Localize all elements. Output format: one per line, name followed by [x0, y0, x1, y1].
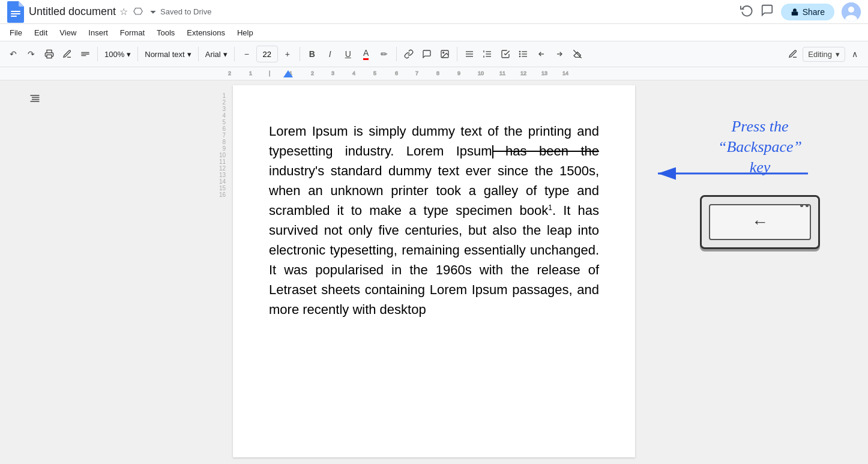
svg-text:2: 2: [228, 70, 231, 76]
insert-image-button[interactable]: [436, 46, 453, 62]
list-button[interactable]: [515, 46, 532, 62]
saved-status: Saved to Drive: [148, 7, 211, 17]
underline-button[interactable]: U: [340, 46, 357, 62]
clear-formatting-button[interactable]: [569, 46, 586, 62]
svg-text:9: 9: [457, 70, 460, 76]
svg-text:3: 3: [331, 70, 334, 76]
document-page: Lorem Ipsum is simply dummy text of the …: [233, 85, 635, 457]
menu-edit[interactable]: Edit: [29, 27, 52, 38]
svg-rect-7: [47, 55, 52, 58]
svg-point-20: [519, 53, 520, 54]
alignment-button[interactable]: [461, 46, 478, 62]
menu-help[interactable]: Help: [232, 27, 258, 38]
bold-button[interactable]: B: [304, 46, 321, 62]
svg-point-9: [442, 52, 444, 53]
main-area: 12345 678910 1112131415 16 Lorem Ipsum i…: [0, 80, 868, 464]
svg-point-5: [848, 7, 854, 13]
svg-point-21: [519, 56, 520, 56]
svg-text:13: 13: [541, 70, 547, 76]
divider-5: [300, 47, 300, 61]
decrease-font-size-button[interactable]: −: [238, 46, 255, 62]
svg-rect-2: [11, 16, 17, 17]
key-dot-2: [806, 204, 809, 207]
comments-icon[interactable]: [761, 4, 774, 20]
line-numbers: 12345 678910 1112131415 16: [214, 80, 228, 464]
svg-text:4: 4: [352, 70, 355, 76]
history-icon[interactable]: [740, 4, 753, 20]
svg-text:8: 8: [436, 70, 439, 76]
menu-format[interactable]: Format: [115, 27, 149, 38]
right-annotation-area: Press the “Backspace” key ←: [640, 80, 868, 464]
zoom-select[interactable]: 100% ▾: [101, 46, 134, 62]
svg-text:1: 1: [249, 70, 252, 76]
spellcheck-button[interactable]: [59, 46, 76, 62]
title-bar: Untitled document ☆ Saved to Drive Share: [0, 0, 868, 24]
text-color-button[interactable]: A: [358, 46, 375, 62]
paint-format-button[interactable]: [77, 46, 94, 62]
menu-extensions[interactable]: Extensions: [182, 27, 230, 38]
user-avatar[interactable]: [842, 2, 861, 22]
key-inner: ←: [709, 204, 811, 240]
svg-rect-25: [228, 67, 868, 80]
svg-text:10: 10: [478, 70, 484, 76]
docs-icon: [7, 1, 24, 23]
svg-point-19: [519, 51, 520, 52]
left-gutter: 12345 678910 1112131415 16: [0, 80, 228, 464]
outline-icon[interactable]: [29, 92, 41, 106]
divider-3: [198, 47, 199, 61]
backspace-key-illustration: ←: [664, 195, 856, 249]
document-title[interactable]: Untitled document: [29, 5, 116, 18]
pencil-icon[interactable]: [785, 46, 801, 62]
expand-button[interactable]: ∧: [846, 46, 863, 62]
redo-button[interactable]: ↷: [23, 46, 40, 62]
svg-rect-3: [791, 11, 798, 15]
increase-font-size-button[interactable]: +: [279, 46, 296, 62]
svg-text:14: 14: [562, 70, 568, 76]
svg-text:6: 6: [395, 70, 398, 76]
title-right-actions: Share: [740, 2, 861, 22]
divider-4: [234, 47, 235, 61]
annotation-text: Press the “Backspace” key: [664, 116, 856, 177]
svg-rect-0: [11, 11, 20, 12]
undo-button[interactable]: ↶: [5, 46, 22, 62]
svg-rect-1: [11, 13, 20, 14]
document-wrapper[interactable]: Lorem Ipsum is simply dummy text of the …: [228, 80, 640, 464]
svg-text:2: 2: [311, 70, 314, 76]
divider-7: [457, 47, 457, 61]
svg-text:7: 7: [415, 70, 418, 76]
drive-icon[interactable]: [133, 5, 143, 19]
insert-link-button[interactable]: [400, 46, 417, 62]
indent-decrease-button[interactable]: [533, 46, 550, 62]
menu-bar: File Edit View Insert Format Tools Exten…: [0, 24, 868, 41]
document-text[interactable]: Lorem Ipsum is simply dummy text of the …: [269, 121, 599, 319]
font-size-input[interactable]: 22: [256, 46, 278, 62]
menu-file[interactable]: File: [5, 27, 27, 38]
strikethrough-text: has been the: [493, 143, 599, 158]
ruler-svg: 2 1 | 1 2 3 4 5 6 7 8 9 10 11 12 13 14: [228, 67, 868, 80]
ruler: 2 1 | 1 2 3 4 5 6 7 8 9 10 11 12 13 14: [0, 67, 868, 80]
svg-text:|: |: [269, 70, 270, 76]
menu-insert[interactable]: Insert: [83, 27, 113, 38]
editing-badge[interactable]: Editing ▾: [803, 47, 845, 62]
svg-text:5: 5: [373, 70, 376, 76]
star-icon[interactable]: ☆: [119, 6, 128, 17]
superscript-1: 1: [548, 203, 552, 212]
insert-comment-button[interactable]: [418, 46, 435, 62]
italic-button[interactable]: I: [322, 46, 339, 62]
divider-2: [137, 47, 138, 61]
style-select[interactable]: Normal text ▾: [142, 46, 194, 62]
highlight-color-button[interactable]: ✏: [376, 46, 393, 62]
svg-text:11: 11: [499, 70, 505, 76]
backspace-arrow-icon: ←: [752, 212, 768, 232]
checklist-button[interactable]: [497, 46, 514, 62]
print-button[interactable]: [41, 46, 58, 62]
menu-tools[interactable]: Tools: [152, 27, 179, 38]
title-icons: ☆ Saved to Drive: [119, 5, 211, 19]
font-select[interactable]: Arial ▾: [202, 46, 231, 62]
menu-view[interactable]: View: [55, 27, 81, 38]
divider-6: [396, 47, 397, 61]
share-button[interactable]: Share: [781, 4, 834, 20]
indent-increase-button[interactable]: [551, 46, 568, 62]
annotation-container: Press the “Backspace” key ←: [664, 116, 856, 249]
line-spacing-button[interactable]: [479, 46, 496, 62]
